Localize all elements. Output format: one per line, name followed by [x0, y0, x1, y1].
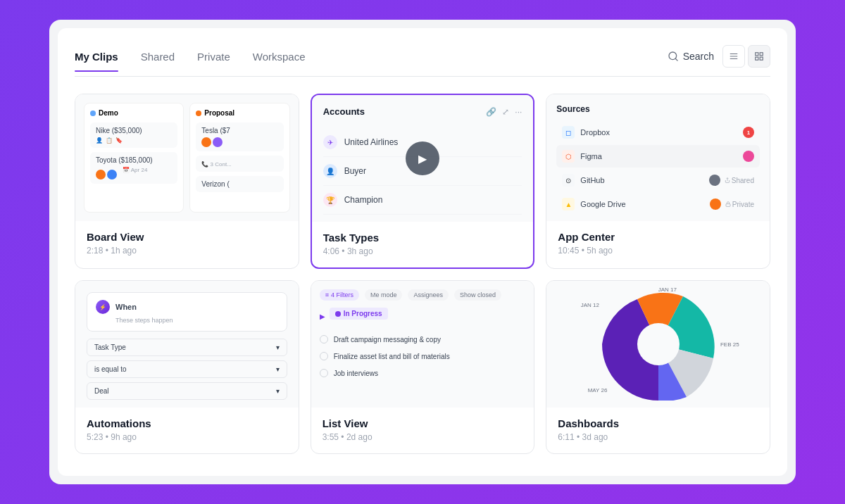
- clip-meta-task: 4:06 • 3h ago: [323, 246, 522, 256]
- tab-my-clips[interactable]: My Clips: [75, 51, 118, 71]
- link-icon: 🔗: [486, 107, 496, 117]
- figma-icon: ⬡: [562, 150, 575, 163]
- pie-chart: JAN 17 JAN 12 FEB 25 MAY 26: [602, 288, 715, 401]
- app-item-github: ⊙ GitHub Shared: [556, 169, 760, 191]
- github-shared-label: Shared: [725, 177, 754, 184]
- svg-rect-9: [726, 204, 730, 207]
- dash-preview: JAN 17 JAN 12 FEB 25 MAY 26: [546, 281, 770, 408]
- search-icon: [668, 51, 679, 62]
- task-header-icons: 🔗 ⤢ ···: [486, 107, 522, 117]
- task-preview: Accounts 🔗 ⤢ ··· ✈ United Airlines: [312, 95, 534, 222]
- auto-preview: ⚡ When These steps happen Task Type ▾ is…: [75, 281, 299, 408]
- clip-footer-list: List View 3:55 • 2d ago: [311, 408, 534, 453]
- auto-select-2[interactable]: is equal to ▾: [87, 360, 287, 378]
- task-circle-2: [320, 369, 328, 377]
- app-preview: Sources ◻ Dropbox 1: [546, 94, 770, 221]
- clip-card-list-view[interactable]: ≡ 4 Filters Me mode Assignees Show close…: [311, 280, 535, 454]
- main-container: My Clips Shared Private Workspace Search: [49, 20, 796, 484]
- list-icon: [729, 51, 739, 61]
- list-view-button[interactable]: [722, 45, 745, 68]
- board-item-contacts: 📞 3 Cont...: [196, 156, 283, 172]
- svg-line-1: [675, 58, 677, 61]
- clip-footer-dash: Dashboards 6:11 • 3d ago: [546, 408, 770, 453]
- airline-icon: ✈: [323, 135, 337, 149]
- board-item-toyota: Toyota ($185,000) 📅 Apr 24: [90, 152, 177, 184]
- list-task-1: Finalize asset list and bill of material…: [320, 348, 526, 365]
- svg-point-10: [637, 323, 680, 365]
- task-header-label: Accounts: [323, 106, 365, 117]
- expand-row: ▶ In Progress: [320, 308, 526, 325]
- col-demo-label: Demo: [99, 109, 118, 117]
- svg-rect-5: [756, 53, 758, 56]
- github-avatar: [709, 175, 720, 186]
- clip-card-automations[interactable]: ⚡ When These steps happen Task Type ▾ is…: [75, 280, 299, 454]
- pie-svg: [602, 288, 715, 401]
- task-circle-1: [320, 352, 328, 360]
- clip-meta-board: 2:18 • 1h ago: [87, 246, 287, 256]
- clip-footer-auto: Automations 5:23 • 9h ago: [75, 408, 299, 453]
- task-circle-0: [320, 335, 328, 344]
- tab-shared[interactable]: Shared: [141, 51, 175, 71]
- clip-title-app: App Center: [558, 231, 758, 243]
- task-item-champion: 🏆 Champion: [323, 186, 522, 215]
- board-item-tesla: Tesla ($7: [196, 122, 283, 151]
- expand-icon: ⤢: [502, 107, 509, 117]
- header-actions: Search: [668, 45, 770, 76]
- clip-footer-task: Task Types 4:06 • 3h ago: [312, 222, 534, 267]
- clip-card-task-types[interactable]: Accounts 🔗 ⤢ ··· ✈ United Airlines: [311, 94, 535, 269]
- search-label: Search: [683, 51, 714, 62]
- more-icon: ···: [515, 107, 522, 117]
- app-item-gdrive: ▲ Google Drive Private: [556, 193, 760, 215]
- auto-when-label: When: [115, 303, 137, 311]
- auto-select-3[interactable]: Deal ▾: [87, 382, 287, 400]
- auto-select-1[interactable]: Task Type ▾: [87, 339, 287, 356]
- clip-meta-app: 10:45 • 5h ago: [558, 246, 758, 256]
- dash-label-jan17: JAN 17: [658, 286, 677, 293]
- board-item-nike: Nike ($35,000) 👤📋🔖: [90, 122, 177, 148]
- auto-desc: These steps happen: [115, 317, 278, 324]
- tabs-row: My Clips Shared Private Workspace Search: [75, 45, 770, 77]
- board-col-proposal: Proposal Tesla ($7 📞 3 Cont...: [189, 103, 289, 213]
- app-header-label: Sources: [556, 104, 760, 114]
- view-toggle: [722, 45, 770, 68]
- filter-chip-assignees: Assignees: [408, 289, 449, 301]
- list-filters: ≡ 4 Filters Me mode Assignees Show close…: [320, 289, 526, 301]
- col-proposal-label: Proposal: [204, 109, 234, 117]
- expand-arrow: ▶: [320, 313, 325, 320]
- search-button[interactable]: Search: [668, 51, 714, 62]
- clip-title-dash: Dashboards: [558, 417, 758, 429]
- tab-list: My Clips Shared Private Workspace: [75, 51, 306, 71]
- svg-rect-6: [760, 53, 763, 56]
- grid-icon: [754, 51, 764, 61]
- clip-footer-board: Board View 2:18 • 1h ago: [75, 221, 299, 267]
- board-col-demo: Demo Nike ($35,000) 👤📋🔖 Toyota ($185,000…: [84, 103, 184, 213]
- clip-card-dashboards[interactable]: JAN 17 JAN 12 FEB 25 MAY 26: [546, 280, 770, 454]
- inner-panel: My Clips Shared Private Workspace Search: [58, 28, 787, 476]
- auto-trigger-block: ⚡ When These steps happen: [87, 292, 287, 332]
- dash-label-may26: MAY 26: [588, 387, 608, 393]
- clip-title-auto: Automations: [87, 417, 287, 429]
- clip-footer-app: App Center 10:45 • 5h ago: [546, 221, 770, 267]
- clip-card-board-view[interactable]: Demo Nike ($35,000) 👤📋🔖 Toyota ($185,000…: [75, 94, 299, 269]
- tab-workspace[interactable]: Workspace: [253, 51, 306, 71]
- champion-icon: 🏆: [323, 193, 337, 207]
- tab-private[interactable]: Private: [197, 51, 230, 71]
- gdrive-private-label: Private: [725, 201, 754, 208]
- clip-title-board: Board View: [87, 231, 287, 243]
- auto-trigger-icon: ⚡: [96, 300, 110, 314]
- filter-chip-closed: Show closed: [454, 289, 501, 301]
- dash-label-feb25: FEB 25: [720, 341, 739, 348]
- list-task-2: Job interviews: [320, 365, 526, 382]
- clip-title-list: List View: [323, 417, 523, 429]
- svg-rect-7: [756, 57, 758, 60]
- list-preview: ≡ 4 Filters Me mode Assignees Show close…: [311, 281, 534, 408]
- list-task-0: Draft campaign messaging & copy: [320, 331, 526, 348]
- app-item-figma: ⬡ Figma: [556, 145, 760, 168]
- app-item-slack: # Slack ···: [556, 217, 760, 221]
- grid-view-button[interactable]: [748, 45, 770, 68]
- clip-meta-list: 3:55 • 2d ago: [323, 432, 523, 442]
- play-button[interactable]: ▶: [406, 141, 439, 175]
- clip-card-app-center[interactable]: Sources ◻ Dropbox 1: [546, 94, 770, 269]
- in-progress-badge: In Progress: [330, 308, 388, 320]
- buyer-icon: 👤: [323, 164, 337, 178]
